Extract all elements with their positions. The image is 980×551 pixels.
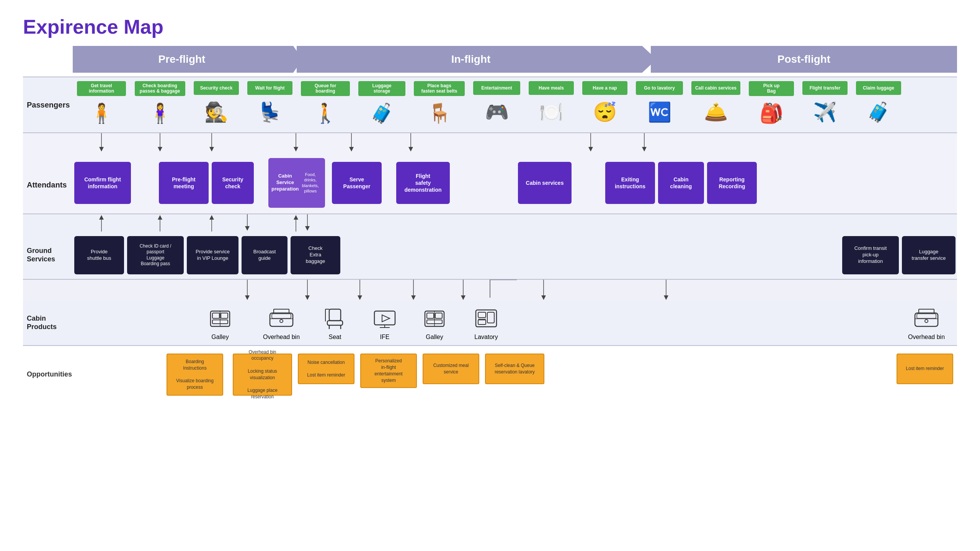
ife-icon bbox=[371, 305, 398, 332]
pax-step-10: Have a nap 😴 bbox=[578, 81, 632, 127]
overhead-icon-2 bbox=[913, 305, 940, 332]
passengers-section: Passengers Get travelinformation 🧍 Check… bbox=[23, 77, 957, 133]
svg-rect-46 bbox=[427, 313, 434, 318]
connector-arrows-2 bbox=[73, 214, 957, 231]
att-box-5: ServePassenger bbox=[332, 162, 382, 204]
pax-step-15: Claim luggage 🧳 bbox=[852, 81, 905, 127]
svg-rect-25 bbox=[221, 313, 228, 318]
connector-arrows-3 bbox=[73, 280, 957, 301]
main-container: Pre-flight In-flight Post-flight Passeng… bbox=[0, 46, 980, 419]
att-box-8: Exitinginstructions bbox=[605, 162, 655, 204]
page-wrapper: Expirence Map Pre-flight In-flight Post-… bbox=[0, 0, 980, 419]
cabin-galley-1: Galley bbox=[199, 305, 241, 341]
gs-box-7: Luggagetransfer service bbox=[902, 236, 956, 274]
att-box-9: Cabincleaning bbox=[658, 162, 704, 204]
svg-point-58 bbox=[925, 320, 928, 323]
page-title: Expirence Map bbox=[0, 0, 980, 46]
phase-inflight: In-flight bbox=[297, 46, 657, 73]
opps-section: Opportunities BoardingInstructionsVisual… bbox=[23, 346, 957, 403]
att-box-2: Pre-flightmeeting bbox=[159, 162, 209, 204]
svg-rect-47 bbox=[435, 313, 442, 318]
opp-box-2: Overhead binoccupancyLocking statusvisua… bbox=[233, 354, 292, 396]
pax-step-6: Luggagestorage 🧳 bbox=[354, 81, 410, 129]
cabin-galley-2: Galley bbox=[415, 305, 454, 341]
pax-step-5: Queue forboarding 🚶 bbox=[297, 81, 354, 129]
svg-rect-41 bbox=[374, 311, 395, 325]
phase-bar-row: Pre-flight In-flight Post-flight bbox=[23, 46, 957, 73]
pax-step-12: Call cabin services 🛎️ bbox=[687, 81, 745, 127]
opps-content: BoardingInstructionsVisualize boardingpr… bbox=[73, 354, 957, 396]
opp-box-1: BoardingInstructionsVisualize boardingpr… bbox=[167, 354, 223, 396]
att-box-1: Comfirm flightinformation bbox=[74, 162, 131, 204]
pax-step-4: Wait for flight 💺 bbox=[243, 81, 297, 127]
svg-rect-52 bbox=[487, 312, 494, 323]
svg-rect-54 bbox=[478, 320, 486, 324]
pax-step-14: Flight transfer ✈️ bbox=[798, 81, 852, 127]
arrow-row-2 bbox=[23, 214, 957, 231]
gs-box-2: Check ID card / passportLuggageBoarding … bbox=[127, 236, 184, 274]
ground-section: Ground Services Provideshuttle bus Check… bbox=[23, 231, 957, 280]
ground-label: Ground Services bbox=[23, 236, 73, 274]
opps-label: Opportunities bbox=[23, 354, 73, 396]
phase-postflight: Post-flight bbox=[651, 46, 957, 73]
att-box-3: Securitycheck bbox=[212, 162, 254, 204]
opp-box-6: Self-clean & Queuereservation lavatory bbox=[485, 354, 544, 384]
attendants-content: Comfirm flightinformation Pre-flightmeet… bbox=[73, 158, 957, 208]
svg-point-31 bbox=[280, 320, 283, 323]
cabin-lavatory: Lavatory bbox=[465, 305, 507, 341]
svg-rect-24 bbox=[212, 313, 219, 318]
arrow-row-3 bbox=[23, 280, 957, 301]
cabin-overhead-2: Overhead bin bbox=[900, 305, 953, 341]
pax-step-9: Have meals 🍽️ bbox=[524, 81, 578, 127]
pax-step-8: Entertainment 🎮 bbox=[469, 81, 524, 127]
att-box-4: Cabin ServicepreparationFood, drinks,bla… bbox=[268, 158, 325, 208]
galley-icon bbox=[207, 305, 234, 332]
opp-box-5: Customized mealservice bbox=[423, 354, 479, 384]
pax-step-7: Place bagsfasten seat belts 🪑 bbox=[410, 81, 469, 129]
passengers-label: Passengers bbox=[23, 77, 73, 132]
galley-icon-2 bbox=[421, 305, 448, 332]
svg-rect-30 bbox=[272, 314, 291, 318]
opp-box-3: Noise cancellationLost item reminder bbox=[298, 354, 354, 384]
svg-rect-35 bbox=[329, 309, 341, 321]
pax-step-1: Get travelinformation 🧍 bbox=[73, 81, 130, 129]
opp-box-7: Lost item reminder bbox=[897, 354, 953, 384]
pax-step-11: Go to lavatory 🚾 bbox=[632, 81, 687, 127]
gs-box-6: Confirm transitpick-upinformation bbox=[842, 236, 899, 274]
cabin-ife: IFE bbox=[366, 305, 404, 341]
ground-content: Provideshuttle bus Check ID card / passp… bbox=[73, 236, 957, 274]
gs-box-4: Broadcastguide bbox=[242, 236, 287, 274]
gs-box-5: CheckExtrabaggage bbox=[291, 236, 340, 274]
lavatory-icon bbox=[473, 305, 500, 332]
svg-rect-51 bbox=[478, 312, 486, 318]
cabin-content: Galley Overhead bin bbox=[73, 305, 957, 341]
cabin-section: Cabin Products Galley bbox=[23, 301, 957, 346]
attendants-section: Attendants Comfirm flightinformation Pre… bbox=[23, 152, 957, 214]
pax-step-13: Pick upBag 🎒 bbox=[745, 81, 798, 129]
att-box-10: ReportingRecording bbox=[707, 162, 757, 204]
att-box-6: Flightsafetydemonstration bbox=[396, 162, 450, 204]
connector-arrows-1 bbox=[73, 133, 957, 152]
svg-rect-36 bbox=[327, 321, 343, 325]
pax-step-3: Security check 🕵️ bbox=[189, 81, 243, 127]
arrow-row-1 bbox=[23, 133, 957, 152]
gs-box-1: Provideshuttle bus bbox=[74, 236, 124, 274]
overhead-icon bbox=[268, 305, 295, 332]
cabin-label: Cabin Products bbox=[23, 305, 73, 341]
cabin-overhead-1: Overhead bin bbox=[256, 305, 306, 341]
phase-preflight: Pre-flight bbox=[73, 46, 302, 73]
seat-icon bbox=[322, 305, 348, 332]
phase-bar-content: Pre-flight In-flight Post-flight bbox=[73, 46, 957, 73]
gs-box-3: Provide servicein VIP Lounge bbox=[187, 236, 238, 274]
svg-rect-57 bbox=[917, 314, 936, 318]
passengers-content: Get travelinformation 🧍 Check boardingpa… bbox=[73, 77, 957, 132]
cabin-seat: Seat bbox=[316, 305, 354, 341]
opp-box-4: Personalizedin-flightentertainmentsystem bbox=[360, 354, 417, 388]
svg-marker-42 bbox=[382, 315, 390, 322]
attendants-label: Attendants bbox=[23, 158, 73, 208]
pax-step-2: Check boardingpasses & baggage 🧍‍♀️ bbox=[130, 81, 189, 129]
att-box-7: Cabin services bbox=[518, 162, 572, 204]
